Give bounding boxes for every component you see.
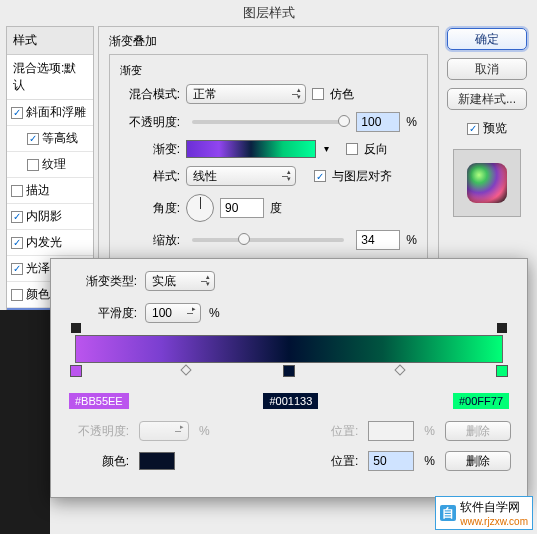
stop-color-label: 颜色: (67, 453, 129, 470)
style-bevel[interactable]: 斜面和浮雕 (7, 100, 93, 126)
angle-input[interactable] (220, 198, 264, 218)
cancel-button[interactable]: 取消 (447, 58, 527, 80)
opacity-input[interactable] (356, 112, 400, 132)
color-stop-right[interactable] (496, 365, 508, 377)
group-label: 渐变 (120, 63, 417, 78)
gradient-type-select[interactable]: 实底▴▾ (145, 271, 215, 291)
scale-label: 缩放: (120, 232, 180, 249)
stop-position-label: 位置: (296, 423, 358, 440)
gradient-label: 渐变: (120, 141, 180, 158)
midpoint-icon[interactable] (180, 364, 191, 375)
blend-mode-select[interactable]: 正常▴▾ (186, 84, 306, 104)
dialog-title: 图层样式 (0, 0, 537, 26)
opacity-stop-left[interactable] (71, 323, 81, 333)
scale-input[interactable] (356, 230, 400, 250)
gradient-bar[interactable] (75, 335, 503, 363)
styles-header: 样式 (7, 27, 93, 55)
stop-position-input (368, 421, 414, 441)
checkbox-icon[interactable] (11, 263, 23, 275)
scale-slider[interactable] (192, 238, 344, 242)
ok-button[interactable]: 确定 (447, 28, 527, 50)
gradient-style-select[interactable]: 线性▴▾ (186, 166, 296, 186)
style-inner-shadow[interactable]: 内阴影 (7, 204, 93, 230)
align-label: 与图层对齐 (332, 168, 392, 185)
hex-label-3: #00FF77 (453, 393, 509, 409)
smoothness-input[interactable]: 100▸ (145, 303, 201, 323)
watermark-icon: 自 (440, 505, 456, 521)
preview-checkbox[interactable] (467, 123, 479, 135)
gradient-type-label: 渐变类型: (67, 273, 137, 290)
angle-label: 角度: (120, 200, 180, 217)
gradient-swatch[interactable] (186, 140, 316, 158)
color-stop-left[interactable] (70, 365, 82, 377)
new-style-button[interactable]: 新建样式... (447, 88, 527, 110)
blend-mode-label: 混合模式: (120, 86, 180, 103)
opacity-slider[interactable] (192, 120, 344, 124)
preview-label: 预览 (483, 120, 507, 137)
checkbox-icon[interactable] (11, 237, 23, 249)
preview-box (453, 149, 521, 217)
gradient-editor: 渐变类型: 实底▴▾ 平滑度: 100▸ % #BB55EE #001133 #… (50, 258, 528, 498)
style-texture[interactable]: 纹理 (7, 152, 93, 178)
opacity-stop-right[interactable] (497, 323, 507, 333)
checkbox-icon[interactable] (11, 185, 23, 197)
watermark: 自 软件自学网 www.rjzxw.com (435, 496, 533, 530)
color-stop-mid[interactable] (283, 365, 295, 377)
hex-label-2: #001133 (263, 393, 318, 409)
checkbox-icon[interactable] (27, 133, 39, 145)
checkbox-icon[interactable] (11, 289, 23, 301)
hex-label-1: #BB55EE (69, 393, 129, 409)
dither-checkbox[interactable] (312, 88, 324, 100)
stop-opacity-input: ▸ (139, 421, 189, 441)
stop-color-swatch[interactable] (139, 452, 175, 470)
checkbox-icon[interactable] (11, 211, 23, 223)
delete-opacity-stop-button: 删除 (445, 421, 511, 441)
delete-color-stop-button[interactable]: 删除 (445, 451, 511, 471)
midpoint-icon[interactable] (394, 364, 405, 375)
reverse-label: 反向 (364, 141, 388, 158)
style-stroke[interactable]: 描边 (7, 178, 93, 204)
checkbox-icon[interactable] (11, 107, 23, 119)
preview-icon (467, 163, 507, 203)
style-contour[interactable]: 等高线 (7, 126, 93, 152)
stop-position2-input[interactable] (368, 451, 414, 471)
style-inner-glow[interactable]: 内发光 (7, 230, 93, 256)
align-checkbox[interactable] (314, 170, 326, 182)
stop-opacity-label: 不透明度: (67, 423, 129, 440)
section-title: 渐变叠加 (109, 33, 428, 50)
dither-label: 仿色 (330, 86, 354, 103)
angle-dial[interactable] (186, 194, 214, 222)
blend-options-default[interactable]: 混合选项:默认 (7, 55, 93, 100)
reverse-checkbox[interactable] (346, 143, 358, 155)
opacity-label: 不透明度: (120, 114, 180, 131)
smoothness-label: 平滑度: (67, 305, 137, 322)
checkbox-icon[interactable] (27, 159, 39, 171)
stop-position2-label: 位置: (296, 453, 358, 470)
style-label: 样式: (120, 168, 180, 185)
